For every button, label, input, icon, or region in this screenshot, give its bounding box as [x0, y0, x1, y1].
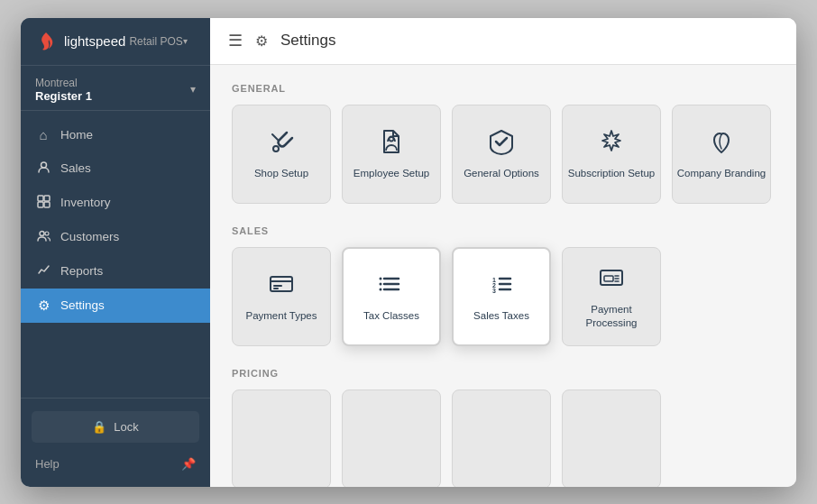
store-dropdown-arrow[interactable]: ▾ [190, 83, 196, 96]
pricing-card-3[interactable] [452, 389, 551, 487]
store-city: Montreal [35, 77, 92, 89]
sidebar-item-sales-label: Sales [60, 161, 91, 175]
sidebar-footer: 🔒 Lock Help 📌 [21, 398, 210, 487]
card-payment-processing[interactable]: Payment Processing [562, 247, 661, 346]
sidebar-header: lightspeed Retail POS ▾ [21, 18, 210, 66]
general-options-label: General Options [460, 167, 543, 180]
sidebar-item-customers-label: Customers [60, 230, 119, 243]
card-general-options[interactable]: General Options [452, 105, 551, 204]
main-content: ☰ ⚙ Settings GENERAL Shop Setup [210, 18, 796, 487]
svg-rect-1 [38, 196, 43, 201]
svg-point-5 [40, 231, 44, 235]
general-section-label: GENERAL [232, 83, 775, 94]
shop-setup-icon [267, 127, 296, 160]
logo-icon [35, 31, 57, 52]
sidebar-item-sales[interactable]: Sales [21, 151, 210, 186]
content-area: GENERAL Shop Setup [210, 65, 796, 487]
svg-point-16 [380, 278, 382, 280]
logo-text: lightspeed [64, 33, 125, 49]
lock-label: Lock [114, 420, 138, 434]
card-employee-setup[interactable]: Employee Setup [342, 105, 441, 204]
app-window: lightspeed Retail POS ▾ Montreal Registe… [21, 18, 796, 487]
store-details: Montreal Register 1 [35, 77, 92, 103]
sidebar: lightspeed Retail POS ▾ Montreal Registe… [21, 18, 210, 487]
lock-button[interactable]: 🔒 Lock [32, 411, 199, 443]
settings-icon: ⚙ [35, 298, 51, 314]
settings-title-icon: ⚙ [255, 32, 268, 50]
card-tax-classes[interactable]: Tax Classes [342, 247, 441, 346]
svg-point-7 [273, 146, 279, 151]
general-options-icon [487, 127, 516, 160]
payment-processing-label: Payment Processing [563, 303, 660, 330]
svg-rect-2 [44, 196, 50, 201]
company-branding-icon [707, 127, 736, 160]
sales-taxes-icon: 1 2 3 [487, 270, 516, 302]
sales-taxes-label: Sales Taxes [470, 309, 533, 323]
svg-point-6 [45, 232, 49, 235]
svg-rect-26 [604, 276, 613, 281]
svg-rect-3 [38, 202, 43, 207]
lock-icon: 🔒 [92, 420, 106, 434]
tax-classes-label: Tax Classes [360, 309, 423, 323]
company-branding-label: Company Branding [674, 167, 769, 180]
sidebar-item-customers[interactable]: Customers [21, 220, 210, 254]
pricing-card-4[interactable] [562, 389, 661, 487]
topbar: ☰ ⚙ Settings [210, 18, 796, 65]
sidebar-item-inventory-label: Inventory [60, 196, 111, 209]
help-row: Help 📌 [21, 448, 210, 480]
card-shop-setup[interactable]: Shop Setup [232, 105, 331, 204]
employee-setup-icon [377, 127, 406, 160]
shop-setup-label: Shop Setup [251, 167, 312, 180]
svg-point-18 [380, 289, 382, 291]
sidebar-item-home-label: Home [60, 128, 93, 142]
pos-dropdown-arrow[interactable]: ▾ [183, 36, 188, 46]
sidebar-item-home[interactable]: ⌂ Home [21, 118, 210, 151]
employee-setup-label: Employee Setup [350, 167, 433, 180]
payment-types-label: Payment Types [242, 309, 320, 323]
register-name: Register 1 [35, 89, 92, 103]
pricing-row [232, 389, 775, 487]
pricing-section-label: PRICING [232, 368, 775, 379]
customers-icon [35, 229, 51, 245]
card-subscription-setup[interactable]: Subscription Setup [562, 105, 661, 204]
subscription-setup-icon [597, 127, 626, 160]
pricing-card-2[interactable] [342, 389, 441, 487]
card-company-branding[interactable]: Company Branding [672, 105, 771, 204]
help-label[interactable]: Help [35, 457, 60, 471]
sidebar-item-reports-label: Reports [60, 264, 103, 278]
pricing-card-1[interactable] [232, 389, 331, 487]
payment-types-icon [267, 270, 296, 302]
card-payment-types[interactable]: Payment Types [232, 247, 331, 346]
store-info: Montreal Register 1 ▾ [21, 66, 210, 111]
svg-point-17 [380, 283, 382, 286]
svg-rect-4 [44, 202, 50, 207]
tax-classes-icon [377, 270, 406, 302]
sales-section-label: SALES [232, 225, 775, 236]
svg-point-0 [41, 162, 46, 168]
reports-icon [35, 263, 51, 279]
sales-cards-grid: Payment Types Tax Classes [232, 247, 775, 346]
sidebar-item-inventory[interactable]: Inventory [21, 186, 210, 220]
payment-processing-icon [597, 263, 626, 296]
svg-text:3: 3 [492, 288, 496, 294]
sales-icon [35, 160, 51, 177]
topbar-title: Settings [280, 32, 335, 50]
sidebar-item-reports[interactable]: Reports [21, 254, 210, 289]
subscription-setup-label: Subscription Setup [565, 167, 659, 180]
inventory-icon [35, 195, 51, 211]
card-sales-taxes[interactable]: 1 2 3 Sales Taxes [452, 247, 551, 346]
sidebar-item-settings[interactable]: ⚙ Settings [21, 289, 210, 323]
retail-pos-label: Retail POS [129, 35, 182, 48]
general-cards-grid: Shop Setup Employee Setup [232, 105, 775, 204]
sidebar-item-settings-label: Settings [60, 298, 105, 312]
pin-icon: 📌 [181, 457, 196, 471]
nav-list: ⌂ Home Sales [21, 111, 210, 398]
home-icon: ⌂ [35, 127, 51, 142]
menu-toggle[interactable]: ☰ [228, 31, 243, 50]
svg-point-8 [390, 137, 394, 142]
